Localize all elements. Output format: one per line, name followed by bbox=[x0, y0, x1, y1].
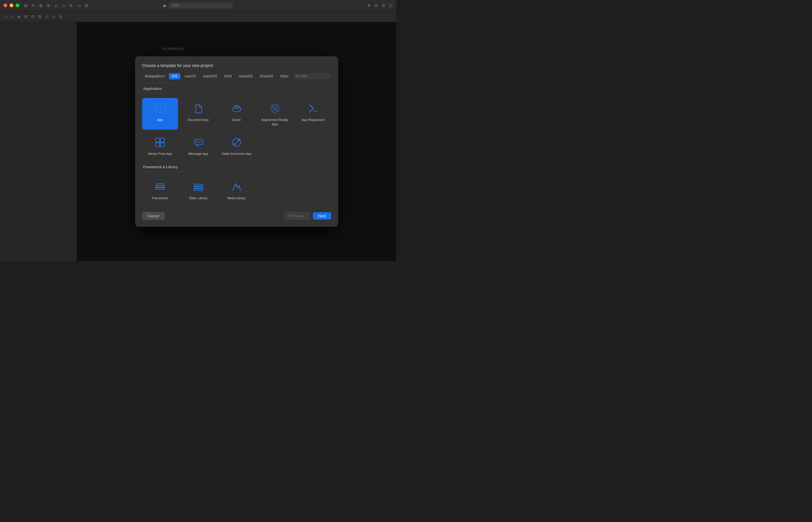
nav-icon4: ⊟ bbox=[31, 14, 35, 19]
filter-wrapper: ⊕ bbox=[293, 73, 331, 79]
titlebar-search-input[interactable] bbox=[169, 2, 233, 9]
svg-point-10 bbox=[196, 141, 197, 142]
tab-driverkit[interactable]: DriverKit bbox=[257, 73, 276, 79]
nav-back-icon[interactable]: ◁ bbox=[4, 14, 7, 19]
svg-rect-9 bbox=[160, 143, 164, 147]
svg-rect-17 bbox=[156, 188, 164, 189]
static-library-icon bbox=[191, 180, 205, 194]
svg-rect-6 bbox=[156, 138, 160, 142]
shape-icon[interactable]: ◇ bbox=[62, 3, 65, 8]
app-label: App bbox=[157, 118, 163, 122]
tab-visionos[interactable]: visionOS bbox=[236, 73, 256, 79]
search-icon[interactable]: ⊕ bbox=[47, 3, 50, 8]
modal-title: Choose a template for your new project: bbox=[142, 63, 331, 68]
tab-multiplatform[interactable]: Multiplatform bbox=[142, 73, 168, 79]
main-area: No Selection No Selection Choose a templ… bbox=[0, 22, 396, 261]
template-static-library[interactable]: Static Library bbox=[180, 176, 216, 204]
footer-left: Cancel bbox=[142, 212, 165, 220]
svg-point-5 bbox=[273, 107, 276, 110]
section-header-application: Application bbox=[142, 83, 331, 93]
speech-icon[interactable]: ▭ bbox=[77, 3, 81, 8]
play-button[interactable]: ▶ bbox=[164, 3, 167, 8]
traffic-lights bbox=[3, 3, 19, 7]
template-framework[interactable]: Framework bbox=[142, 176, 178, 204]
minimize-button[interactable] bbox=[9, 3, 13, 7]
code-icon[interactable]: ◫ bbox=[389, 3, 393, 7]
playground-label: App Playground bbox=[302, 118, 324, 122]
sidebar-toggle-icon[interactable]: ⊞ bbox=[24, 3, 27, 8]
template-metal-library[interactable]: Metal Library bbox=[219, 176, 255, 204]
bookmark-icon[interactable]: ⊞ bbox=[39, 3, 43, 8]
fullscreen-button[interactable] bbox=[16, 3, 19, 7]
modal-overlay: Choose a template for your new project: … bbox=[77, 22, 396, 261]
titlebar-center: ▶ bbox=[164, 2, 233, 9]
filter-search-icon: ⊕ bbox=[296, 74, 299, 78]
template-sticker-pack[interactable]: Sticker Pack App bbox=[142, 132, 178, 159]
metal-library-label: Metal Library bbox=[227, 196, 246, 200]
plus-icon[interactable]: ⊕ bbox=[367, 3, 371, 7]
modal-dialog: Choose a template for your new project: … bbox=[135, 56, 338, 226]
toolbar-icons: ⊞ ✏ ⊞ ⊕ ⚠ ◇ ⊖ ▭ ⊞ bbox=[24, 3, 88, 8]
game-icon bbox=[230, 101, 244, 116]
template-playground[interactable]: App Playground bbox=[295, 98, 331, 129]
sticker-pack-label: Sticker Pack App bbox=[148, 152, 172, 156]
section-header-framework: Framework & Library bbox=[142, 162, 331, 172]
grid-icon[interactable]: ⊞ bbox=[85, 3, 88, 8]
right-area: No Selection No Selection Choose a templ… bbox=[77, 22, 396, 261]
template-imessage[interactable]: iMessage App bbox=[180, 132, 216, 159]
template-app[interactable]: A App bbox=[142, 98, 178, 129]
svg-rect-19 bbox=[194, 186, 203, 188]
framework-icon bbox=[153, 180, 167, 194]
game-label: Game bbox=[232, 118, 241, 122]
close-button[interactable] bbox=[3, 3, 7, 7]
framework-label: Framework bbox=[152, 196, 168, 200]
imessage-icon bbox=[191, 136, 205, 149]
svg-rect-7 bbox=[160, 138, 164, 142]
tab-tvos[interactable]: tvOS bbox=[221, 73, 235, 79]
svg-text:A: A bbox=[158, 106, 162, 111]
app-icon: A bbox=[153, 101, 167, 116]
nav-icon2: ◈ bbox=[17, 14, 21, 19]
inspector-icon[interactable]: ⊞ bbox=[382, 3, 385, 7]
minus-icon[interactable]: ⊖ bbox=[69, 3, 73, 8]
cancel-button[interactable]: Cancel bbox=[142, 212, 165, 220]
ar-app-label: Augmented Reality App bbox=[259, 118, 290, 126]
safari-ext-icon bbox=[230, 136, 244, 149]
previous-button[interactable]: Previous bbox=[284, 212, 310, 220]
platform-tabs: Multiplatform iOS macOS watchOS tvOS vis… bbox=[142, 73, 331, 83]
imessage-label: iMessage App bbox=[188, 152, 208, 156]
edit-icon[interactable]: ✏ bbox=[32, 3, 35, 8]
nav-icon7: ⊙ bbox=[52, 14, 55, 19]
modal-footer: Cancel Previous Next bbox=[142, 212, 331, 220]
svg-point-11 bbox=[198, 141, 199, 142]
tab-watchos[interactable]: watchOS bbox=[200, 73, 220, 79]
toolbar2: ◁ ▷ ◈ ⊞ ⊟ ⊠ ◷ ⊙ ☰ bbox=[0, 11, 396, 22]
framework-grid: Framework Static Library bbox=[142, 174, 331, 206]
ar-app-icon bbox=[268, 101, 282, 116]
document-app-icon bbox=[191, 101, 205, 116]
svg-rect-8 bbox=[156, 143, 160, 147]
playground-icon bbox=[306, 101, 320, 116]
template-ar-app[interactable]: Augmented Reality App bbox=[257, 98, 293, 129]
tab-macos[interactable]: macOS bbox=[182, 73, 199, 79]
titlebar-right: ⊕ ⊟ ⊞ ◫ bbox=[367, 3, 393, 7]
static-library-label: Static Library bbox=[189, 196, 207, 200]
template-document-app[interactable]: Document App bbox=[180, 98, 216, 129]
nav-icon6: ◷ bbox=[45, 14, 48, 19]
document-app-label: Document App bbox=[188, 118, 208, 122]
tab-ios[interactable]: iOS bbox=[169, 73, 180, 79]
warning-icon[interactable]: ⚠ bbox=[54, 3, 58, 8]
tab-other[interactable]: Other bbox=[277, 73, 292, 79]
nav-forward-icon[interactable]: ▷ bbox=[11, 14, 14, 19]
safari-ext-label: Safari Extension App bbox=[222, 152, 251, 156]
template-game[interactable]: Game bbox=[219, 98, 255, 129]
svg-rect-18 bbox=[194, 189, 203, 190]
nav-icon8: ☰ bbox=[59, 14, 63, 19]
next-button[interactable]: Next bbox=[313, 212, 331, 220]
sticker-pack-icon bbox=[153, 136, 167, 149]
panel-toggle-icon[interactable]: ⊟ bbox=[375, 3, 378, 7]
sidebar bbox=[0, 22, 77, 261]
template-safari-ext[interactable]: Safari Extension App bbox=[219, 132, 255, 159]
filter-input[interactable] bbox=[300, 74, 329, 78]
svg-point-2 bbox=[232, 107, 241, 112]
